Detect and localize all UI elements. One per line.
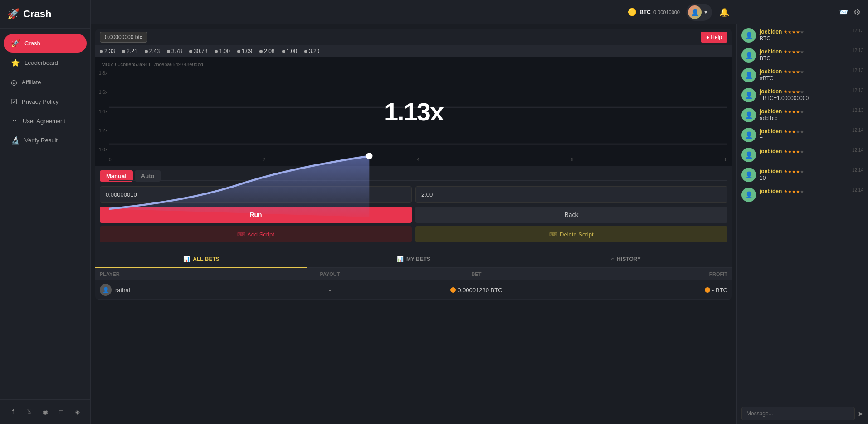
- sidebar-item-privacy[interactable]: ☑ Privacy Policy: [4, 92, 87, 111]
- btc-info: 🟡 BTC 0.00010000: [628, 8, 680, 16]
- chat-username: joebiden: [760, 29, 782, 35]
- mult-dot: [167, 50, 170, 53]
- y-label: 1.6x: [99, 90, 107, 95]
- sidebar: 🚀 Crash 🚀 Crash⭐ Leaderboard◎ Affiliate☑…: [0, 0, 91, 424]
- star-icon: ★: [788, 189, 792, 194]
- star-icon: ★: [788, 69, 792, 74]
- star-icon: ★: [784, 89, 788, 94]
- y-axis: 1.0x1.2x1.4x1.6x1.8x: [99, 71, 107, 152]
- btc-value: 0.00010000: [653, 10, 680, 15]
- y-label: 1.0x: [99, 147, 107, 152]
- add-script-button[interactable]: ⌨ Add Script: [100, 226, 412, 242]
- chat-text: +: [760, 155, 848, 161]
- game-header: 0.00000000 btc ● Help: [95, 29, 732, 45]
- chat-stars: ★★★★★: [784, 169, 804, 174]
- chat-avatar: 👤: [741, 188, 756, 202]
- star-icon: ★: [792, 109, 796, 114]
- star-icon: ★: [800, 89, 804, 94]
- chat-username: joebiden: [760, 128, 782, 135]
- chat-time: 12:13: [852, 108, 863, 122]
- chat-stars: ★★★★★: [784, 109, 804, 114]
- mult-value: 1.00: [219, 48, 229, 54]
- multiplier-badge: 1.09: [237, 48, 252, 54]
- send-notification-icon[interactable]: 📨: [838, 7, 848, 17]
- sidebar-item-crash[interactable]: 🚀 Crash: [4, 34, 87, 53]
- app-title: Crash: [23, 8, 51, 20]
- btc-label: BTC: [639, 9, 651, 15]
- delete-script-button[interactable]: ⌨ Delete Script: [415, 226, 727, 242]
- chat-username: joebiden: [760, 108, 782, 115]
- chat-username: joebiden: [760, 68, 782, 75]
- star-icon: ★: [788, 109, 792, 114]
- multiplier-badge: 2.08: [259, 48, 274, 54]
- settings-icon[interactable]: ⚙: [853, 7, 861, 17]
- profit-cell: - BTC: [560, 287, 727, 294]
- chat-message: 👤 joebiden ★★★★★ 10 12:14: [741, 168, 863, 182]
- bets-tab-history[interactable]: ○ HISTORY: [520, 251, 732, 267]
- sidebar-label: Verify Result: [24, 137, 58, 144]
- sidebar-label: Privacy Policy: [22, 98, 59, 105]
- chat-message: 👤 joebiden ★★★★★ = 12:14: [741, 128, 863, 142]
- mult-value: 2.43: [149, 48, 160, 54]
- multiplier-badge: 1.00: [282, 48, 297, 54]
- sidebar-item-affiliate[interactable]: ◎ Affiliate: [4, 73, 87, 92]
- reddit-icon[interactable]: ◈: [72, 406, 83, 418]
- chat-stars: ★★★★★: [784, 129, 804, 134]
- sidebar-item-leaderboard[interactable]: ⭐ Leaderboard: [4, 53, 87, 72]
- chat-username: joebiden: [760, 48, 782, 55]
- mult-dot: [304, 50, 307, 53]
- chat-time: 12:13: [852, 28, 863, 43]
- chat-stars: ★★★★★: [784, 189, 804, 194]
- help-button[interactable]: ● Help: [701, 32, 727, 43]
- bell-icon[interactable]: 🔔: [719, 7, 729, 17]
- game-container: 0.00000000 btc ● Help 2.33 2.21 2.43 3.7…: [95, 29, 732, 300]
- chat-message: 👤 joebiden ★★★★★ add btc 12:13: [741, 108, 863, 122]
- bet-value: 0.00001280 BTC: [458, 287, 502, 294]
- star-icon: ★: [800, 69, 804, 74]
- x-axis: 02468: [109, 157, 727, 162]
- star-icon: ★: [788, 29, 792, 34]
- star-icon: ★: [792, 149, 796, 154]
- topbar: 🟡 BTC 0.00010000 👤 ▾ 🔔: [91, 0, 736, 24]
- all-tab-icon: 📊: [183, 256, 190, 262]
- star-icon: ★: [792, 169, 796, 174]
- table-row: 👤 rathal - 0.00001280 BTC - BTC: [95, 280, 732, 300]
- twitter-icon[interactable]: 𝕏: [23, 406, 34, 418]
- btc-dot: [450, 287, 456, 293]
- btc-coin-icon: 🟡: [628, 8, 637, 16]
- md5-label: MD5: 60cb8eb53a94117bceba6549748e0dbd: [102, 62, 203, 67]
- star-icon: ★: [796, 149, 800, 154]
- user-avatar-button[interactable]: 👤 ▾: [686, 4, 712, 21]
- sidebar-socials: f 𝕏 ◉ ◻ ◈: [0, 399, 90, 424]
- star-icon: ★: [796, 69, 800, 74]
- instagram-icon[interactable]: ◻: [55, 406, 67, 418]
- sidebar-item-user-agreement[interactable]: 〰 User Agreement: [4, 112, 87, 130]
- sidebar-nav: 🚀 Crash⭐ Leaderboard◎ Affiliate☑ Privacy…: [0, 29, 90, 399]
- chat-text: BTC: [760, 35, 848, 42]
- chat-stars: ★★★★★: [784, 89, 804, 94]
- mult-value: 30.78: [194, 48, 207, 54]
- payout-col-header: PAYOUT: [267, 271, 393, 277]
- bets-section: 📊 ALL BETS📊 MY BETS○ HISTORY PLAYER PAYO…: [95, 251, 732, 300]
- x-label: 6: [571, 157, 574, 162]
- main-content: 0.00000000 btc ● Help 2.33 2.21 2.43 3.7…: [91, 24, 736, 424]
- discord-icon[interactable]: ◉: [39, 406, 51, 418]
- star-icon: ★: [792, 89, 796, 94]
- facebook-icon[interactable]: f: [7, 406, 19, 418]
- star-icon: ★: [792, 29, 796, 34]
- star-icon: ★: [792, 49, 796, 54]
- y-label: 1.8x: [99, 71, 107, 76]
- bets-tab-my[interactable]: 📊 MY BETS: [307, 251, 520, 267]
- star-icon: ★: [792, 69, 796, 74]
- script-row: ⌨ Add Script ⌨ Delete Script: [100, 226, 727, 242]
- star-icon: ★: [788, 169, 792, 174]
- bets-tab-all[interactable]: 📊 ALL BETS: [95, 251, 307, 268]
- chat-input[interactable]: [741, 407, 855, 420]
- star-icon: ★: [788, 49, 792, 54]
- star-icon: ★: [796, 129, 800, 134]
- sidebar-item-verify[interactable]: 🔬 Verify Result: [4, 131, 87, 149]
- chat-stars: ★★★★★: [784, 49, 804, 54]
- star-icon: ★: [784, 49, 788, 54]
- mult-value: 2.21: [127, 48, 137, 54]
- send-button[interactable]: ➤: [858, 410, 863, 418]
